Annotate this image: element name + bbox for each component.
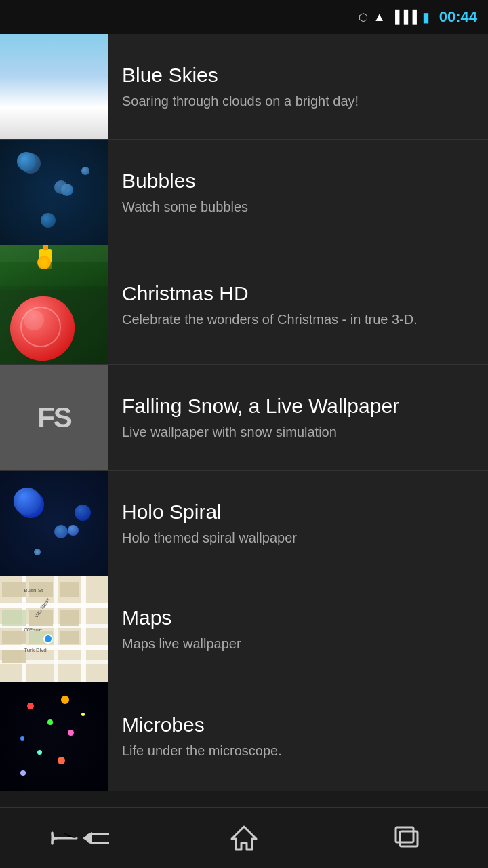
item-thumbnail-falling-snow: FS — [0, 365, 108, 470]
list-item[interactable]: Holo Spiral Holo themed spiral wallpaper — [0, 471, 488, 576]
item-thumbnail-maps: Van Ness Bush St O'Farre Turk Blvd — [0, 576, 108, 682]
status-icons: ⬡ ▲ ▐▐▐ ▮ 00:44 — [359, 8, 477, 26]
status-bar: ⬡ ▲ ▐▐▐ ▮ 00:44 — [0, 0, 488, 34]
signal-bars-icon: ▐▐▐ — [390, 10, 416, 24]
list-item[interactable]: Christmas HD Celebrate the wonders of Ch… — [0, 245, 488, 365]
item-desc: Live wallpaper with snow simulation — [122, 423, 474, 441]
item-desc: Maps live wallpaper — [122, 635, 474, 652]
item-desc: Soaring through clouds on a bright day! — [122, 92, 474, 110]
back-icon — [48, 826, 81, 850]
item-text-christmas: Christmas HD Celebrate the wonders of Ch… — [108, 271, 488, 339]
item-desc: Holo themed spiral wallpaper — [122, 529, 474, 547]
svg-rect-2 — [396, 827, 413, 842]
item-text-blue-skies: Blue Skies Soaring through clouds on a b… — [108, 53, 488, 121]
item-thumbnail-blue-skies — [0, 34, 108, 139]
item-title: Christmas HD — [122, 282, 474, 305]
item-text-maps: Maps Maps live wallpaper — [108, 595, 488, 663]
item-desc: Celebrate the wonders of Christmas - in … — [122, 311, 474, 328]
home-icon — [230, 825, 258, 851]
list-item[interactable]: Bubbles Watch some bubbles — [0, 140, 488, 245]
item-desc: Life under the microscope. — [122, 742, 474, 760]
item-text-bubbles: Bubbles Watch some bubbles — [108, 159, 488, 226]
item-text-microbes: Microbes Life under the microscope. — [108, 703, 488, 770]
item-title: Holo Spiral — [122, 500, 474, 524]
item-thumbnail-microbes — [0, 682, 108, 791]
item-thumbnail-christmas — [0, 245, 108, 364]
status-time: 00:44 — [439, 8, 477, 26]
item-thumbnail-bubbles — [0, 140, 108, 245]
item-text-holo-spiral: Holo Spiral Holo themed spiral wallpaper — [108, 490, 488, 557]
snow-logo: FS — [37, 401, 71, 434]
wallpaper-list: Blue Skies Soaring through clouds on a b… — [0, 34, 488, 834]
item-title: Microbes — [122, 713, 474, 736]
item-title: Blue Skies — [122, 64, 474, 87]
item-text-falling-snow: Falling Snow, a Live Wallpaper Live wall… — [108, 384, 488, 452]
nav-bar — [0, 807, 488, 868]
item-title: Maps — [122, 606, 474, 629]
back-button[interactable] — [41, 818, 122, 859]
list-item[interactable]: FS Falling Snow, a Live Wallpaper Live w… — [0, 365, 488, 471]
svg-marker-0 — [232, 827, 256, 850]
wifi-icon: ▲ — [373, 10, 386, 24]
item-thumbnail-holo-spiral — [0, 471, 108, 576]
list-item[interactable]: Microbes Life under the microscope. — [0, 682, 488, 791]
phone-icon: ⬡ — [359, 11, 368, 24]
home-button[interactable] — [203, 818, 285, 859]
recents-icon — [393, 826, 420, 850]
recents-button[interactable] — [366, 818, 447, 859]
item-desc: Watch some bubbles — [122, 198, 474, 216]
item-title: Falling Snow, a Live Wallpaper — [122, 395, 474, 418]
item-title: Bubbles — [122, 170, 474, 193]
list-item[interactable]: Van Ness Bush St O'Farre Turk Blvd Maps … — [0, 576, 488, 682]
map-grid: Van Ness Bush St O'Farre Turk Blvd — [0, 576, 108, 682]
battery-icon: ▮ — [422, 9, 430, 25]
list-item[interactable]: Blue Skies Soaring through clouds on a b… — [0, 34, 488, 140]
svg-rect-1 — [400, 831, 418, 846]
